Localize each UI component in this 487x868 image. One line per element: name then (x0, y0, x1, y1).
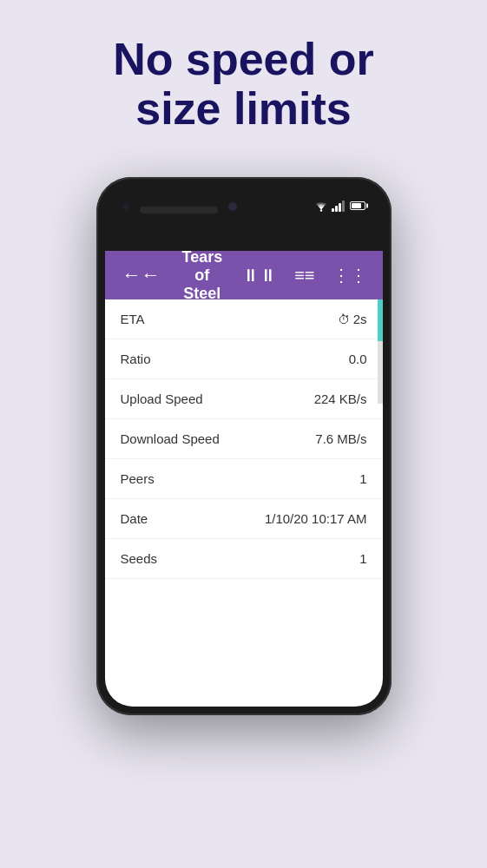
list-button[interactable]: ≡ (289, 260, 319, 291)
progress-bar-fill (378, 299, 383, 341)
table-row-date: Date 1/10/20 10:17 AM (105, 499, 383, 539)
label-upload-speed: Upload Speed (121, 391, 203, 406)
toolbar-actions: ⏸ ≡ ⋮ (237, 260, 372, 291)
label-eta: ETA (121, 312, 145, 326)
toolbar-title: Tears of Steel (174, 251, 231, 303)
phone-container: ← Tears of Steel ⏸ ≡ ⋮ ETA (96, 177, 392, 715)
headline: No speed or size limits (78, 35, 409, 134)
camera-area (122, 200, 237, 214)
svg-point-0 (319, 209, 321, 211)
value-upload-speed: 224 KB/s (314, 391, 367, 406)
signal-bars (332, 200, 345, 212)
table-row-ratio: Ratio 0.0 (105, 339, 383, 379)
wifi-icon (314, 201, 328, 212)
value-seeds: 1 (359, 551, 366, 566)
label-ratio: Ratio (121, 352, 151, 366)
label-peers: Peers (121, 471, 155, 486)
battery-icon (350, 201, 365, 210)
front-camera (122, 203, 129, 210)
camera-dot2 (228, 202, 237, 211)
back-button[interactable]: ← (115, 257, 168, 293)
table-row-seeds: Seeds 1 (105, 539, 383, 579)
phone-top-bar (105, 186, 383, 251)
info-list: ETA 2s Ratio 0.0 Upload Speed 224 KB/s (105, 299, 383, 579)
status-icons (314, 200, 365, 212)
table-row-peers: Peers 1 (105, 459, 383, 499)
pause-button[interactable]: ⏸ (237, 260, 282, 291)
table-row-upload-speed: Upload Speed 224 KB/s (105, 379, 383, 419)
table-row-download-speed: Download Speed 7.6 MB/s (105, 419, 383, 459)
value-ratio: 0.0 (349, 352, 367, 366)
label-seeds: Seeds (121, 551, 158, 566)
value-download-speed: 7.6 MB/s (315, 431, 366, 446)
app-toolbar: ← Tears of Steel ⏸ ≡ ⋮ (105, 251, 383, 299)
progress-bar-container (378, 299, 383, 404)
phone-inner: ← Tears of Steel ⏸ ≡ ⋮ ETA (105, 186, 383, 707)
speaker-bar (140, 207, 218, 214)
table-row-eta: ETA 2s (105, 299, 383, 339)
label-date: Date (121, 511, 148, 526)
value-eta: 2s (338, 312, 367, 326)
clock-icon (338, 312, 350, 326)
more-button[interactable]: ⋮ (327, 260, 372, 291)
phone-outer: ← Tears of Steel ⏸ ≡ ⋮ ETA (96, 177, 392, 715)
screen: ← Tears of Steel ⏸ ≡ ⋮ ETA (105, 251, 383, 707)
headline-line2: size limits (135, 83, 352, 134)
label-download-speed: Download Speed (121, 431, 220, 446)
value-peers: 1 (359, 471, 366, 486)
value-date: 1/10/20 10:17 AM (265, 511, 367, 526)
headline-line1: No speed or (113, 34, 374, 84)
